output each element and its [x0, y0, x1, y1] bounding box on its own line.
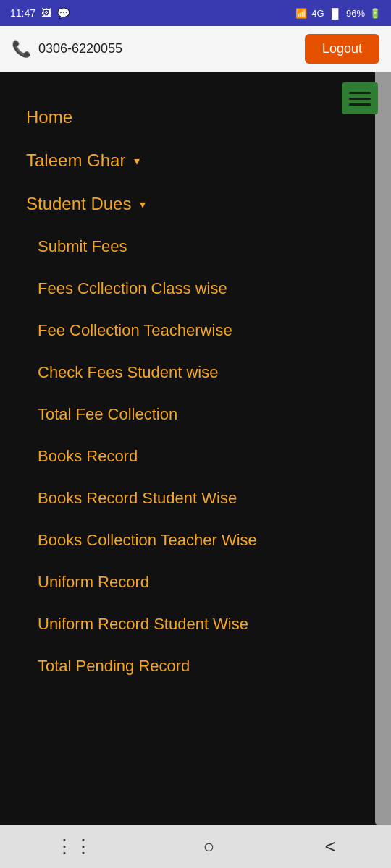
hamburger-menu-button[interactable]	[342, 82, 378, 114]
hamburger-line-3	[349, 103, 371, 106]
student-dues-label: Student Dues	[26, 194, 131, 214]
top-bar: 📞 0306-6220055 Logout	[0, 26, 391, 72]
hamburger-line-2	[349, 98, 371, 100]
messenger-icon: 💬	[57, 7, 70, 19]
logout-button[interactable]: Logout	[305, 34, 379, 64]
nav-sub-item-10[interactable]: Total Pending Record	[0, 645, 391, 687]
bottom-nav-home[interactable]: ○	[189, 830, 230, 864]
battery-icon: 🔋	[369, 8, 381, 19]
nav-sub-item-6[interactable]: Books Record Student Wise	[0, 477, 391, 519]
sub-menu: Submit FeesFees Ccllection Class wiseFee…	[0, 226, 391, 687]
nav-sub-item-9[interactable]: Uniform Record Student Wise	[0, 603, 391, 645]
nav-taleem-ghar[interactable]: Taleem Ghar ▾	[0, 139, 391, 182]
nav-sub-item-8[interactable]: Uniform Record	[0, 561, 391, 603]
bottom-nav-menu[interactable]: ⋮⋮	[41, 830, 107, 864]
phone-number: 0306-6220055	[38, 41, 122, 56]
nav-sub-item-2[interactable]: Fee Collection Teacherwise	[0, 310, 391, 352]
battery-percent: 96%	[346, 8, 365, 19]
signal-bars: ▐▌	[329, 8, 342, 19]
student-dues-chevron: ▾	[140, 197, 146, 211]
taleem-ghar-chevron: ▾	[134, 154, 140, 168]
status-right: 📶 4G ▐▌ 96% 🔋	[295, 8, 381, 19]
image-icon: 🖼	[41, 7, 51, 19]
wifi-icon: 📶	[295, 8, 307, 19]
status-bar: 11:47 🖼 💬 📶 4G ▐▌ 96% 🔋	[0, 0, 391, 26]
taleem-ghar-label: Taleem Ghar	[26, 150, 125, 171]
nav-sub-item-0[interactable]: Submit Fees	[0, 226, 391, 268]
phone-icon: 📞	[12, 40, 31, 59]
top-bar-left: 📞 0306-6220055	[12, 40, 122, 59]
nav-home[interactable]: Home	[0, 95, 391, 139]
nav-sub-item-4[interactable]: Total Fee Collection	[0, 393, 391, 435]
status-left: 11:47 🖼 💬	[10, 7, 70, 19]
nav-sub-item-7[interactable]: Books Collection Teacher Wise	[0, 519, 391, 561]
nav-sub-item-5[interactable]: Books Record	[0, 435, 391, 477]
signal-4g: 4G	[311, 8, 324, 19]
bottom-nav-back[interactable]: <	[311, 830, 350, 864]
status-time: 11:47	[10, 7, 35, 19]
bottom-nav: ⋮⋮ ○ <	[0, 825, 391, 868]
hamburger-line-1	[349, 92, 371, 94]
nav-student-dues[interactable]: Student Dues ▾	[0, 182, 391, 226]
sidebar-strip	[375, 72, 391, 825]
nav-menu: Home Taleem Ghar ▾ Student Dues ▾ Submit…	[0, 84, 391, 687]
nav-sub-item-1[interactable]: Fees Ccllection Class wise	[0, 268, 391, 310]
main-content: Home Taleem Ghar ▾ Student Dues ▾ Submit…	[0, 72, 391, 825]
nav-sub-item-3[interactable]: Check Fees Student wise	[0, 352, 391, 393]
